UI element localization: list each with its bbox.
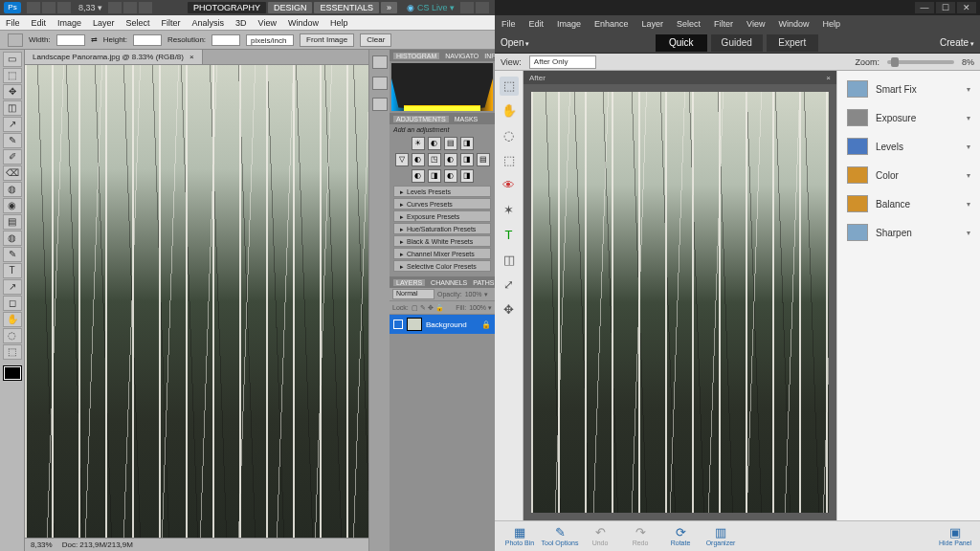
tool[interactable]: ◌ bbox=[500, 126, 519, 145]
adjustment-icon[interactable]: ◐ bbox=[444, 153, 457, 166]
ps-canvas[interactable] bbox=[25, 65, 368, 538]
tool[interactable]: ◫ bbox=[3, 100, 22, 116]
menu-view[interactable]: View bbox=[253, 18, 282, 28]
layer-visibility-icon[interactable] bbox=[393, 320, 403, 329]
tool[interactable]: ⤢ bbox=[500, 276, 519, 295]
ps-util-icon[interactable] bbox=[139, 2, 152, 13]
menu-edit[interactable]: Edit bbox=[26, 18, 53, 28]
menu-analysis[interactable]: Analysis bbox=[187, 18, 231, 28]
opacity-value[interactable]: 100% ▾ bbox=[465, 291, 488, 298]
hide-panel-button[interactable]: ▣Hide Panel bbox=[936, 526, 974, 546]
tool-preset-icon[interactable] bbox=[8, 33, 23, 47]
clear-button[interactable]: Clear bbox=[360, 33, 391, 47]
create-dropdown[interactable]: Create bbox=[940, 37, 974, 48]
close-button[interactable]: ✕ bbox=[957, 2, 976, 13]
minimize-button[interactable]: — bbox=[915, 2, 934, 13]
menu-select[interactable]: Select bbox=[670, 19, 707, 29]
preset-item[interactable]: Curves Presets bbox=[393, 198, 491, 209]
adjustment-icon[interactable]: ◐ bbox=[428, 137, 441, 150]
menu-layer[interactable]: Layer bbox=[87, 18, 121, 28]
ps-util-icon[interactable] bbox=[476, 2, 489, 13]
workspace-tab-photography[interactable]: PHOTOGRAPHY bbox=[188, 2, 266, 13]
menu-enhance[interactable]: Enhance bbox=[588, 19, 635, 29]
menu-file[interactable]: File bbox=[0, 18, 26, 28]
organizer-button[interactable]: ▥Organizer bbox=[702, 526, 740, 546]
tool[interactable]: ◍ bbox=[3, 182, 22, 197]
workspace-tab-more[interactable]: » bbox=[381, 2, 397, 13]
front-image-button[interactable]: Front Image bbox=[300, 33, 354, 47]
tab-channels[interactable]: CHANNELS bbox=[431, 279, 467, 286]
adjustment-icon[interactable]: ▤ bbox=[444, 137, 457, 150]
menu-help[interactable]: Help bbox=[324, 18, 354, 28]
adjustment-icon[interactable]: ◨ bbox=[460, 137, 474, 150]
tool[interactable]: ◍ bbox=[3, 231, 22, 246]
tool[interactable]: ▭ bbox=[3, 52, 22, 67]
collapsed-panel-icon[interactable] bbox=[372, 98, 388, 111]
height-input[interactable] bbox=[133, 34, 162, 46]
quickfix-balance[interactable]: Balance ▾ bbox=[837, 189, 980, 218]
menu-help[interactable]: Help bbox=[815, 19, 847, 29]
tool[interactable]: ✶ bbox=[500, 201, 519, 220]
menu-edit[interactable]: Edit bbox=[523, 19, 551, 29]
maximize-button[interactable]: ☐ bbox=[936, 2, 955, 13]
workspace-tab-design[interactable]: DESIGN bbox=[268, 2, 313, 13]
quickfix-levels[interactable]: Levels ▾ bbox=[837, 132, 980, 161]
tool[interactable]: ◉ bbox=[3, 198, 22, 213]
tool[interactable]: ✥ bbox=[500, 300, 519, 320]
zoom-slider[interactable] bbox=[887, 60, 954, 64]
quickfix-color[interactable]: Color ▾ bbox=[837, 161, 980, 189]
zoom-slider-knob[interactable] bbox=[891, 57, 899, 67]
status-doc[interactable]: Doc: 213,9M/213,9M bbox=[62, 540, 133, 549]
collapsed-panel-icon[interactable] bbox=[372, 77, 388, 90]
quickfix-exposure[interactable]: Exposure ▾ bbox=[837, 103, 980, 132]
layer-row[interactable]: Background 🔒 bbox=[390, 315, 495, 334]
tool[interactable]: ⬚ bbox=[3, 68, 22, 83]
tab-paths[interactable]: PATHS bbox=[473, 279, 494, 286]
tool[interactable]: ↗ bbox=[3, 279, 22, 295]
tool[interactable]: ✋ bbox=[500, 101, 519, 121]
adjustment-icon[interactable]: ◳ bbox=[428, 153, 441, 166]
menu-file[interactable]: File bbox=[495, 19, 523, 29]
adjustment-icon[interactable]: ◨ bbox=[460, 169, 474, 183]
rotate-button[interactable]: ⟳Rotate bbox=[661, 526, 700, 546]
tab-masks[interactable]: MASKS bbox=[455, 116, 479, 122]
menu-view[interactable]: View bbox=[740, 19, 771, 29]
mode-expert[interactable]: Expert bbox=[767, 34, 818, 52]
resolution-input[interactable] bbox=[212, 34, 240, 46]
preset-item[interactable]: Hue/Saturation Presets bbox=[393, 223, 491, 234]
menu-select[interactable]: Select bbox=[121, 18, 156, 28]
document-tab[interactable]: Landscape Panorama.jpg @ 8.33% (RGB/8) × bbox=[25, 50, 203, 64]
menu-3d[interactable]: 3D bbox=[230, 18, 253, 28]
ps-util-icon[interactable] bbox=[42, 2, 56, 13]
tab-layers[interactable]: LAYERS bbox=[393, 279, 425, 286]
adjustment-icon[interactable]: ◐ bbox=[412, 153, 425, 166]
tool[interactable]: ✎ bbox=[3, 133, 22, 148]
close-preview-icon[interactable]: × bbox=[826, 74, 831, 82]
preset-item[interactable]: Selective Color Presets bbox=[393, 260, 491, 272]
open-dropdown[interactable]: Open bbox=[501, 37, 529, 48]
menu-layer[interactable]: Layer bbox=[635, 19, 671, 29]
workspace-tab-essentials[interactable]: ESSENTIALS bbox=[314, 2, 379, 13]
mode-quick[interactable]: Quick bbox=[656, 34, 707, 52]
resolution-units-dropdown[interactable]: pixels/inch ▾ bbox=[246, 34, 294, 46]
adjustment-icon[interactable]: ▽ bbox=[395, 153, 409, 166]
tool[interactable]: ✐ bbox=[3, 149, 22, 165]
tool[interactable]: ◻ bbox=[3, 296, 22, 311]
tool[interactable]: T bbox=[3, 263, 22, 278]
preset-item[interactable]: Exposure Presets bbox=[393, 210, 491, 222]
collapsed-panel-icon[interactable] bbox=[372, 55, 388, 69]
ps-zoom-display[interactable]: 8,33 ▾ bbox=[78, 3, 102, 12]
ps-util-icon[interactable] bbox=[460, 2, 474, 13]
tool-options-button[interactable]: ✎Tool Options bbox=[541, 526, 579, 546]
ps-util-icon[interactable] bbox=[123, 2, 137, 13]
tool[interactable]: ◫ bbox=[500, 251, 519, 270]
tool[interactable]: ▤ bbox=[3, 214, 22, 230]
tool[interactable]: ⬚ bbox=[500, 77, 519, 96]
menu-window[interactable]: Window bbox=[282, 18, 324, 28]
mode-guided[interactable]: Guided bbox=[711, 34, 763, 52]
tool[interactable]: ✋ bbox=[3, 312, 22, 327]
tab-histogram[interactable]: HISTOGRAM bbox=[393, 53, 439, 59]
status-zoom[interactable]: 8,33% bbox=[31, 540, 53, 549]
tool[interactable]: ⌫ bbox=[3, 165, 22, 181]
preset-item[interactable]: Levels Presets bbox=[393, 186, 491, 197]
